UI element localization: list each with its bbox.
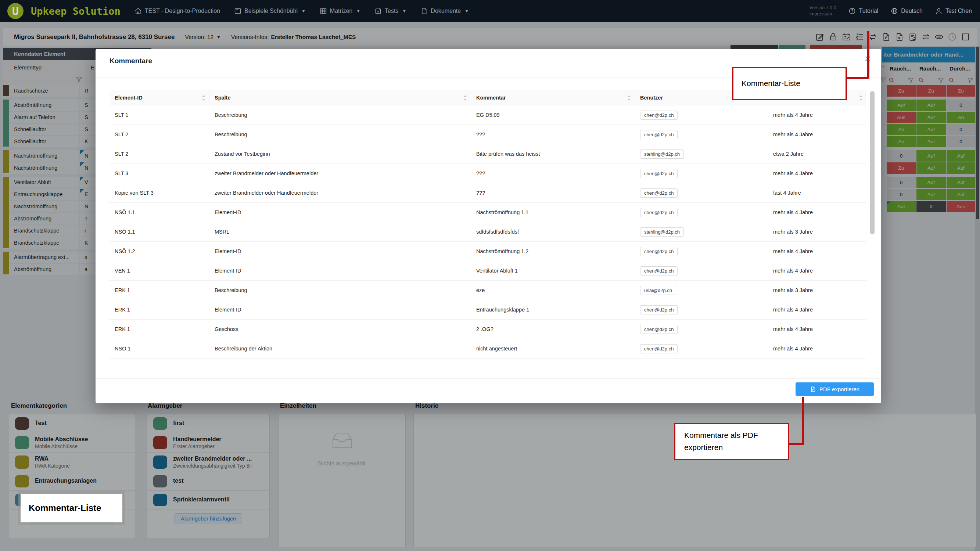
cell-element-id: SLT 3	[110, 170, 210, 176]
cell-benutzer: chen@d2p.ch	[635, 305, 768, 314]
cell-kommentar: sdfdsfsdfsdfdsfdsf	[471, 229, 635, 235]
cell-kommentar: ???	[471, 132, 635, 137]
user-badge: chen@d2p.ch	[640, 169, 678, 178]
column-header-kommentar[interactable]: Kommentar	[471, 90, 635, 105]
cell-element-id: NSÖ 1.1	[110, 210, 210, 215]
cell-kommentar: Nachströmöffnung 1.1	[471, 210, 635, 215]
user-menu[interactable]: Test Chen	[935, 7, 972, 15]
cell-benutzer: stehling@d2p.ch	[635, 227, 768, 237]
annotation-connector	[802, 397, 804, 445]
cell-zeit: mehr als 3 Jahre	[768, 229, 867, 235]
brand-title[interactable]: Upkeep Solution	[31, 5, 121, 17]
cell-spalte: MSRL	[210, 229, 471, 235]
cell-zeit: mehr als 4 Jahre	[768, 132, 867, 137]
cell-zeit: mehr als 4 Jahre	[768, 307, 867, 313]
sort-icon	[463, 95, 467, 101]
cell-benutzer: chen@d2p.ch	[635, 130, 768, 139]
cell-element-id: NSÖ 1	[110, 346, 210, 351]
user-badge: chen@d2p.ch	[640, 325, 678, 334]
cell-zeit: etwa 2 Jahre	[768, 151, 867, 157]
cell-zeit: mehr als 4 Jahre	[768, 210, 867, 215]
globe-icon	[891, 7, 898, 15]
cell-kommentar: 2 .OG?	[471, 326, 635, 332]
table-row: ERK 1 Element-ID Entrauchungsklappe 1 ch…	[110, 300, 867, 319]
cell-kommentar: Ventilator Abluft 1	[471, 268, 635, 274]
cell-zeit: mehr als 4 Jahre	[768, 346, 867, 351]
impressum-link[interactable]: Impressum	[810, 11, 836, 17]
cell-element-id: NSÖ 1.1	[110, 229, 210, 235]
cell-kommentar: Nachströmöffnung 1.2	[471, 248, 635, 254]
kommentare-modal: Kommentare × Element-ID Spalte Kommentar…	[95, 49, 881, 403]
pdf-file-icon	[810, 386, 816, 392]
cell-element-id: SLT 1	[110, 112, 210, 118]
cell-benutzer: chen@d2p.ch	[635, 325, 768, 334]
nav-item-matrizen[interactable]: Matrizen▼	[320, 7, 361, 15]
nav-item-tests[interactable]: Tests▼	[374, 7, 406, 15]
cell-spalte: Beschreibung	[210, 112, 471, 118]
table-row: ERK 1 Geschoss 2 .OG? chen@d2p.ch mehr a…	[110, 319, 867, 339]
user-badge: chen@d2p.ch	[640, 266, 678, 275]
table-row: SLT 2 Zustand vor Testbeginn Bitte prüfe…	[110, 144, 867, 164]
cell-element-id: ERK 1	[110, 326, 210, 332]
annotation-connector	[867, 31, 869, 79]
cell-benutzer: usai@d2p.ch	[635, 286, 768, 295]
language-selector[interactable]: Deutsch	[891, 7, 923, 15]
column-header-element-id[interactable]: Element-ID	[110, 90, 210, 105]
cell-spalte: Element-ID	[210, 210, 471, 215]
cell-element-id: Kopie von SLT 3	[110, 190, 210, 196]
user-badge: usai@d2p.ch	[640, 286, 676, 295]
chevron-down-icon: ▼	[356, 8, 361, 14]
pdf-export-button[interactable]: PDF exportieren	[795, 383, 874, 396]
table-row: NSÖ 1.1 MSRL sdfdsfsdfsdfdsfdsf stehling…	[110, 222, 867, 242]
user-badge: chen@d2p.ch	[640, 208, 678, 217]
nav-item-dokumente[interactable]: Dokumente▼	[420, 7, 469, 15]
cell-zeit: mehr als 4 Jahre	[768, 326, 867, 332]
table-row: Kopie von SLT 3 zweiter Brandmelder oder…	[110, 183, 867, 203]
cell-benutzer: chen@d2p.ch	[635, 189, 768, 198]
tutorial-link[interactable]: Tutorial	[848, 7, 878, 15]
cell-spalte: Element-ID	[210, 248, 471, 254]
table-row: SLT 3 zweiter Brandmelder oder Handfeuer…	[110, 164, 867, 183]
sort-icon	[859, 95, 863, 101]
nav-item-project[interactable]: TEST - Design-to-Production	[135, 7, 220, 15]
column-header-spalte[interactable]: Spalte	[210, 90, 471, 105]
annotation-kommentar-liste: Kommentar-Liste	[732, 67, 847, 100]
checklist-icon	[374, 7, 382, 15]
cell-element-id: VEN 1	[110, 268, 210, 274]
app-screen: U Upkeep Solution TEST - Design-to-Produ…	[0, 0, 980, 551]
table-row: SLT 2 Beschreibung ??? chen@d2p.ch mehr …	[110, 125, 867, 144]
cell-element-id: NSÖ 1.2	[110, 248, 210, 254]
cell-spalte: Beschreibung	[210, 287, 471, 293]
app-logo[interactable]: U	[7, 3, 24, 19]
cell-spalte: Element-ID	[210, 307, 471, 313]
annotation-pdf-export: Kommentare als PDF exportieren	[674, 423, 789, 460]
user-badge: chen@d2p.ch	[640, 111, 678, 120]
cell-spalte: Element-ID	[210, 268, 471, 274]
version-info: Version 7.0.0 Impressum	[810, 5, 836, 17]
table-row: NSÖ 1 Beschreibung der Aktion nicht ange…	[110, 339, 867, 359]
cell-benutzer: chen@d2p.ch	[635, 169, 768, 178]
sort-icon	[202, 95, 205, 101]
chevron-down-icon: ▼	[465, 8, 469, 14]
cell-element-id: SLT 2	[110, 151, 210, 157]
chevron-down-icon: ▼	[301, 8, 306, 14]
table-row: VEN 1 Element-ID Ventilator Abluft 1 che…	[110, 261, 867, 281]
home-icon	[135, 7, 142, 15]
table-row: NSÖ 1.1 Element-ID Nachströmöffnung 1.1 …	[110, 203, 867, 222]
cell-spalte: zweiter Brandmelder oder Handfeuermelder	[210, 190, 471, 196]
help-icon	[848, 7, 856, 15]
cell-zeit: mehr als 4 Jahre	[768, 268, 867, 274]
user-badge: chen@d2p.ch	[640, 247, 678, 256]
nav-item-beispiele[interactable]: Beispiele Schönbühl▼	[234, 7, 306, 15]
cell-benutzer: chen@d2p.ch	[635, 266, 768, 275]
table-row: SLT 1 Beschreibung EG D5.09 chen@d2p.ch …	[110, 105, 867, 125]
chevron-down-icon: ▼	[402, 8, 406, 14]
top-navbar: U Upkeep Solution TEST - Design-to-Produ…	[0, 0, 980, 22]
cell-spalte: zweiter Brandmelder oder Handfeuermelder	[210, 170, 471, 176]
comments-table-body: SLT 1 Beschreibung EG D5.09 chen@d2p.ch …	[110, 105, 867, 359]
user-icon	[935, 7, 942, 15]
cell-spalte: Beschreibung der Aktion	[210, 346, 471, 351]
annotation-kommentar-liste-label: Kommentar-Liste	[21, 494, 123, 522]
table-scrollbar-thumb[interactable]	[870, 91, 875, 234]
cell-kommentar: ???	[471, 190, 635, 196]
